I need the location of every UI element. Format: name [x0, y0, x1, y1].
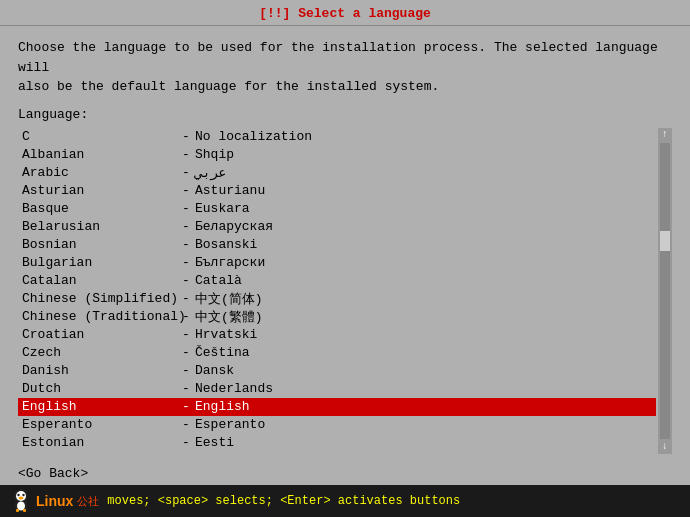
svg-point-3: [22, 494, 24, 496]
lang-name: Czech: [22, 345, 177, 360]
lang-native: No localization: [195, 129, 312, 144]
lang-name: Esperanto: [22, 417, 177, 432]
lang-native: Euskara: [195, 201, 250, 216]
lang-native: Hrvatski: [195, 327, 257, 342]
lang-dash: -: [177, 345, 195, 360]
lang-native: Nederlands: [195, 381, 273, 396]
language-row[interactable]: C-No localization: [18, 128, 656, 146]
language-row[interactable]: Finnish-Suomi: [18, 452, 656, 455]
lang-dash: -: [177, 165, 195, 180]
lang-dash: -: [177, 363, 195, 378]
lang-dash: -: [177, 435, 195, 450]
language-row[interactable]: English-English: [18, 398, 656, 416]
linux-text: Linux: [36, 493, 73, 509]
scroll-up-arrow[interactable]: ↑: [662, 129, 668, 141]
language-row[interactable]: Arabic-عربي: [18, 164, 656, 182]
lang-name: Finnish: [22, 453, 177, 454]
language-row[interactable]: Chinese (Traditional)-中文(繁體): [18, 308, 656, 326]
lang-native: English: [195, 399, 250, 414]
svg-point-2: [17, 494, 19, 496]
lang-name: Bulgarian: [22, 255, 177, 270]
svg-point-4: [19, 497, 24, 500]
list-container: C-No localizationAlbanian-ShqipArabic-عر…: [18, 128, 672, 455]
language-row[interactable]: Estonian-Eesti: [18, 434, 656, 452]
lang-dash: -: [177, 219, 195, 234]
scroll-track: [660, 143, 670, 440]
lang-dash: -: [177, 399, 195, 414]
scroll-down-arrow[interactable]: ↓: [662, 441, 668, 453]
language-label: Language:: [18, 107, 672, 122]
scrollbar[interactable]: ↑ ↓: [658, 128, 672, 455]
lang-dash: -: [177, 237, 195, 252]
lang-dash: -: [177, 183, 195, 198]
lang-name: Albanian: [22, 147, 177, 162]
lang-dash: -: [177, 309, 195, 324]
lang-native: Eesti: [195, 435, 234, 450]
lang-native: عربي: [195, 165, 226, 181]
lang-native: Беларуская: [195, 219, 273, 234]
footer: Linux 公社 moves; <space> selects; <Enter>…: [0, 485, 690, 517]
lang-dash: -: [177, 129, 195, 144]
lang-name: Dutch: [22, 381, 177, 396]
lang-dash: -: [177, 453, 195, 454]
language-row[interactable]: Basque-Euskara: [18, 200, 656, 218]
lang-dash: -: [177, 417, 195, 432]
lang-native: 中文(繁體): [195, 308, 263, 326]
language-row[interactable]: Esperanto-Esperanto: [18, 416, 656, 434]
lang-name: Basque: [22, 201, 177, 216]
lang-native: Български: [195, 255, 265, 270]
lang-name: C: [22, 129, 177, 144]
footer-hint: moves; <space> selects; <Enter> activate…: [107, 494, 460, 508]
lang-dash: -: [177, 201, 195, 216]
lang-native: 中文(简体): [195, 290, 263, 308]
scroll-thumb: [660, 231, 670, 251]
language-row[interactable]: Croatian-Hrvatski: [18, 326, 656, 344]
lang-dash: -: [177, 381, 195, 396]
lang-name: Bosnian: [22, 237, 177, 252]
lang-dash: -: [177, 255, 195, 270]
lang-name: Asturian: [22, 183, 177, 198]
lang-name: Catalan: [22, 273, 177, 288]
language-row[interactable]: Chinese (Simplified)-中文(简体): [18, 290, 656, 308]
language-list[interactable]: C-No localizationAlbanian-ShqipArabic-عر…: [18, 128, 656, 455]
title-bar: [!!] Select a language: [0, 0, 690, 26]
lang-name: Estonian: [22, 435, 177, 450]
logo-chars: 公社: [77, 494, 99, 509]
linux-logo: Linux 公社: [10, 488, 99, 514]
lang-native: Asturianu: [195, 183, 265, 198]
lang-name: Belarusian: [22, 219, 177, 234]
language-row[interactable]: Danish-Dansk: [18, 362, 656, 380]
content-area: Choose the language to be used for the i…: [0, 26, 690, 462]
main-window: [!!] Select a language Choose the langua…: [0, 0, 690, 517]
lang-dash: -: [177, 273, 195, 288]
language-row[interactable]: Czech-Čeština: [18, 344, 656, 362]
lang-name: Croatian: [22, 327, 177, 342]
language-row[interactable]: Belarusian-Беларуская: [18, 218, 656, 236]
bottom-bar: <Go Back>: [0, 462, 690, 485]
lang-native: Català: [195, 273, 242, 288]
lang-native: Suomi: [195, 453, 234, 454]
language-row[interactable]: Catalan-Català: [18, 272, 656, 290]
lang-name: Chinese (Simplified): [22, 291, 177, 306]
language-row[interactable]: Bulgarian-Български: [18, 254, 656, 272]
lang-native: Esperanto: [195, 417, 265, 432]
language-row[interactable]: Albanian-Shqip: [18, 146, 656, 164]
lang-native: Čeština: [195, 345, 250, 360]
language-row[interactable]: Asturian-Asturianu: [18, 182, 656, 200]
lang-dash: -: [177, 147, 195, 162]
language-row[interactable]: Bosnian-Bosanski: [18, 236, 656, 254]
lang-native: Dansk: [195, 363, 234, 378]
lang-name: English: [22, 399, 177, 414]
svg-rect-7: [16, 509, 19, 512]
language-row[interactable]: Dutch-Nederlands: [18, 380, 656, 398]
title-text: [!!] Select a language: [259, 6, 431, 21]
lang-name: Danish: [22, 363, 177, 378]
lang-dash: -: [177, 291, 195, 306]
lang-native: Bosanski: [195, 237, 257, 252]
description: Choose the language to be used for the i…: [18, 38, 672, 97]
go-back-button[interactable]: <Go Back>: [18, 466, 88, 481]
tux-icon: [10, 488, 32, 514]
lang-native: Shqip: [195, 147, 234, 162]
svg-rect-8: [23, 509, 26, 512]
lang-name: Chinese (Traditional): [22, 309, 177, 324]
